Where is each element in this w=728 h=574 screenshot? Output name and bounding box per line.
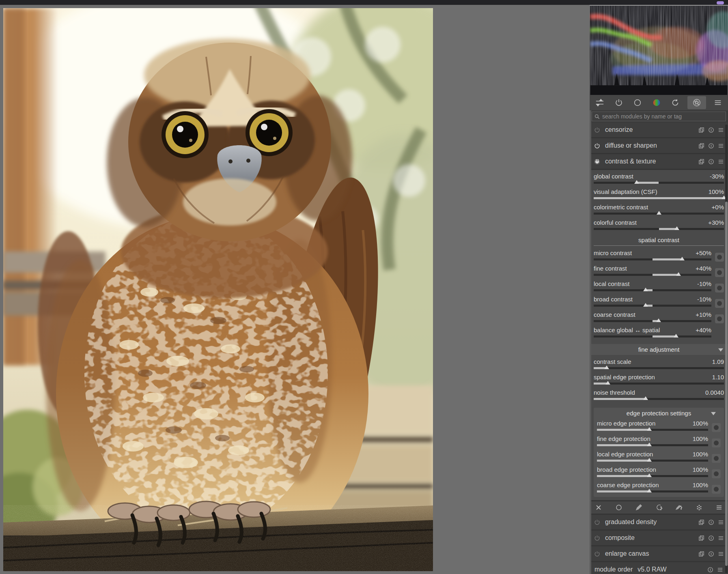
module-row-censorize[interactable]: censorize [590,123,728,137]
slider-track[interactable] [594,274,711,276]
slider-track[interactable] [597,475,708,477]
multi-instance-icon[interactable] [698,551,704,557]
slider-local-contrast[interactable]: local contrast-10% [594,279,711,295]
drawn-parametric-mask-icon[interactable] [675,504,683,511]
slider-micro-edge-protection[interactable]: micro edge protection100% [597,419,708,434]
module-row-enlarge-canvas[interactable]: enlarge canvas [590,546,728,561]
slider-track[interactable] [594,197,724,199]
slider-track[interactable] [594,289,711,291]
mask-toggle-icon[interactable] [715,284,724,292]
reset-icon[interactable] [708,535,714,541]
mask-toggle-icon[interactable] [715,314,724,323]
slider-track[interactable] [594,258,711,260]
module-title[interactable]: diffuse or sharpen [605,142,694,149]
slider-spatial-edge-protection[interactable]: spatial edge protection1.10 [594,373,724,388]
presets-icon[interactable] [717,567,723,573]
scrollbar-thumb[interactable] [725,202,728,566]
mask-toggle-icon[interactable] [712,469,721,478]
power-icon[interactable] [594,127,601,133]
slider-coarse-edge-protection[interactable]: coarse edge protection100% [597,481,708,496]
mask-toggle-icon[interactable] [712,454,721,463]
slider-track[interactable] [594,335,711,338]
presets-icon[interactable] [718,551,724,557]
slider-track[interactable] [597,460,708,462]
reset-icon[interactable] [707,567,713,573]
panel-scrollbar[interactable] [725,125,728,573]
image-canvas[interactable] [3,8,433,571]
module-row-graduated-density[interactable]: graduated density [590,515,728,529]
multi-instance-icon[interactable] [698,519,704,525]
module-row-diffuse-or-sharpen[interactable]: diffuse or sharpen [590,138,728,153]
slider-broad-contrast[interactable]: broad contrast-10% [594,295,711,310]
mask-toggle-icon[interactable] [715,268,724,277]
slider-track[interactable] [597,429,708,431]
multi-instance-icon[interactable] [698,143,704,149]
mask-toggle-icon[interactable] [715,253,724,262]
multi-instance-icon[interactable] [698,159,704,165]
presets-icon[interactable] [718,535,724,541]
slider-track[interactable] [594,182,724,184]
slider-visual-adaptation[interactable]: visual adaptation (CSF)100% [594,187,724,203]
slider-broad-edge-protection[interactable]: broad edge protection100% [597,465,708,481]
section-edge-protection[interactable]: edge protection settings [597,408,721,419]
raster-mask-icon[interactable] [696,504,703,511]
reset-icon[interactable] [708,551,714,557]
mask-toggle-icon[interactable] [712,423,721,432]
power-icon[interactable] [594,519,601,526]
multi-instance-icon[interactable] [698,127,704,133]
mask-toggle-icon[interactable] [712,485,721,494]
power-icon[interactable] [594,535,601,542]
module-row-contrast-texture[interactable]: contrast & texture [590,154,728,169]
module-title[interactable]: enlarge canvas [605,550,694,557]
module-title[interactable]: composite [605,534,694,542]
power-icon[interactable] [594,550,601,557]
power-icon[interactable] [612,96,626,109]
slider-track[interactable] [597,444,708,446]
power-icon[interactable] [594,142,601,149]
slider-colorful-contrast[interactable]: colorful contrast+30% [594,218,724,234]
slider-coarse-contrast[interactable]: coarse contrast+10% [594,310,711,326]
module-title[interactable]: censorize [605,126,694,133]
mask-toggle-icon[interactable] [712,439,721,447]
search-input[interactable] [602,113,723,120]
waveform-histogram[interactable] [590,5,728,95]
collapse-caret-icon[interactable] [711,412,716,415]
mask-circle-icon[interactable] [631,96,644,109]
slider-micro-contrast[interactable]: micro contrast+50% [594,249,711,264]
collapse-caret-icon[interactable] [718,348,723,351]
menu-icon[interactable] [711,96,725,109]
slider-balance-global-spatial[interactable]: balance global ↔ spatial+40% [594,326,711,341]
slider-track[interactable] [594,305,711,307]
presets-icon[interactable] [718,143,724,149]
presets-icon[interactable] [718,127,724,133]
slider-local-edge-protection[interactable]: local edge protection100% [597,450,708,465]
mask-toggle-icon[interactable] [715,299,724,308]
blend-off-icon[interactable] [595,504,602,511]
reset-history-icon[interactable] [668,96,682,109]
reset-icon[interactable] [708,159,714,165]
reset-icon[interactable] [708,519,714,525]
power-icon[interactable] [594,158,601,165]
reset-icon[interactable] [708,127,714,133]
presets-icon[interactable] [718,519,724,525]
parametric-mask-icon[interactable] [655,504,663,511]
slider-track[interactable] [594,383,724,385]
drawn-mask-icon[interactable] [635,504,642,511]
slider-contrast-scale[interactable]: contrast scale1.09 [594,357,724,373]
slider-track[interactable] [594,367,724,369]
uniform-mask-icon[interactable] [615,504,622,511]
active-modules-icon[interactable] [687,96,706,109]
slider-track[interactable] [597,490,708,492]
module-title[interactable]: contrast & texture [605,158,694,165]
slider-track[interactable] [594,228,724,230]
section-fine-adjustment[interactable]: fine adjustment [590,344,728,355]
quick-presets-icon[interactable] [593,96,607,109]
reset-icon[interactable] [708,143,714,149]
module-order-row[interactable]: module order v5.0 RAW [590,562,728,574]
slider-global-contrast[interactable]: global contrast-30% [594,172,724,187]
slider-colorimetric-contrast[interactable]: colorimetric contrast+0% [594,203,724,218]
slider-track[interactable] [594,398,724,400]
search-box[interactable] [592,112,726,121]
blend-menu-icon[interactable] [715,504,723,511]
slider-track[interactable] [594,320,711,322]
